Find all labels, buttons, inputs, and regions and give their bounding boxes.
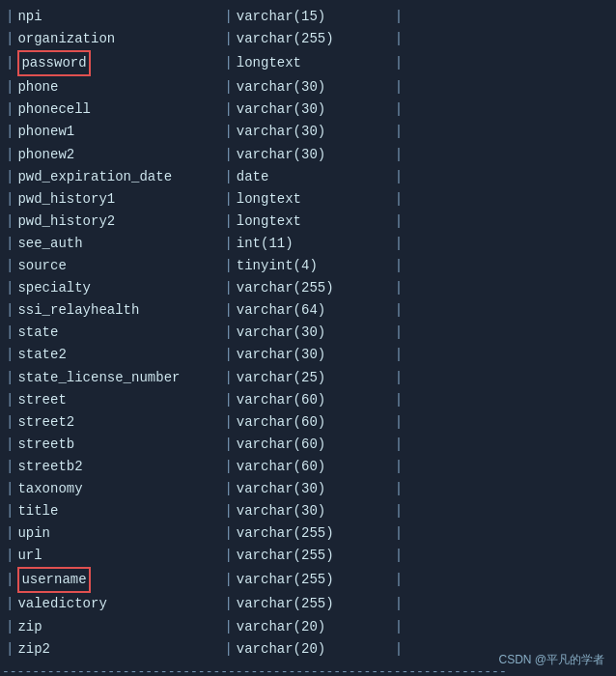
field-type: int(11) (237, 233, 391, 255)
field-name: streetb2 (17, 456, 220, 478)
table-row: |phonew1|varchar(30)| (0, 121, 616, 143)
field-type: varchar(30) (237, 344, 391, 366)
field-type: varchar(255) (237, 277, 391, 299)
field-name: pwd_history2 (17, 211, 220, 233)
table-row: |pwd_expiration_date|date| (0, 166, 616, 188)
field-type: varchar(60) (237, 389, 391, 411)
table-row: |url|varchar(255)| (0, 545, 616, 567)
table-row: |street2|varchar(60)| (0, 411, 616, 434)
field-name: specialty (17, 277, 220, 299)
field-type: varchar(25) (237, 367, 391, 389)
field-name: phonew1 (17, 121, 220, 143)
field-type: varchar(60) (237, 434, 391, 456)
table-row: |see_auth|int(11)| (0, 233, 616, 255)
table-row: |source|tinyint(4)| (0, 255, 616, 277)
field-type: varchar(30) (237, 322, 391, 344)
table-container: |npi|varchar(15)||organization|varchar(2… (0, 0, 616, 676)
field-name: phonecell (17, 99, 220, 121)
table-row: |streetb|varchar(60)| (0, 434, 616, 456)
field-name: username (17, 567, 220, 593)
table-row: |npi|varchar(15)| (0, 6, 616, 28)
field-name: zip2 (17, 638, 220, 661)
field-name: streetb (17, 434, 220, 456)
field-name: street (17, 389, 220, 411)
field-type: varchar(64) (237, 299, 391, 322)
table-row: |pwd_history1|longtext| (0, 188, 616, 211)
field-name: street2 (17, 411, 220, 434)
table-row: |street|varchar(60)| (0, 389, 616, 411)
field-type: varchar(255) (237, 545, 391, 567)
field-name: see_auth (17, 233, 220, 255)
field-type: varchar(60) (237, 411, 391, 434)
table-row: |password|longtext| (0, 50, 616, 76)
table-row: |upin|varchar(255)| (0, 522, 616, 545)
field-name: valedictory (17, 593, 220, 615)
table-row: |ssi_relayhealth|varchar(64)| (0, 299, 616, 322)
field-type: tinyint(4) (237, 255, 391, 277)
field-type: longtext (237, 52, 391, 74)
field-name: pwd_history1 (17, 188, 220, 211)
table-row: |valedictory|varchar(255)| (0, 593, 616, 615)
field-type: varchar(60) (237, 456, 391, 478)
field-name: npi (17, 6, 220, 28)
table-row: |state2|varchar(30)| (0, 344, 616, 366)
field-name: phone (17, 76, 220, 99)
field-type: varchar(30) (237, 500, 391, 522)
field-type: varchar(255) (237, 593, 391, 615)
table-row: |username|varchar(255)| (0, 567, 616, 593)
field-type: varchar(30) (237, 76, 391, 99)
table-row: |phonecell|varchar(30)| (0, 99, 616, 121)
table-row: |streetb2|varchar(60)| (0, 456, 616, 478)
field-type: varchar(15) (237, 6, 391, 28)
field-name: url (17, 545, 220, 567)
table-row: |specialty|varchar(255)| (0, 277, 616, 299)
field-type: varchar(255) (237, 569, 391, 591)
table-row: |organization|varchar(255)| (0, 28, 616, 50)
table-row: |taxonomy|varchar(30)| (0, 478, 616, 500)
field-name: organization (17, 28, 220, 50)
field-name: source (17, 255, 220, 277)
field-name: taxonomy (17, 478, 220, 500)
field-name: pwd_expiration_date (17, 166, 220, 188)
field-type: varchar(255) (237, 28, 391, 50)
table-row: |phonew2|varchar(30)| (0, 144, 616, 166)
table-row: |zip|varchar(20)| (0, 616, 616, 638)
field-type: varchar(255) (237, 522, 391, 545)
field-type: varchar(20) (237, 616, 391, 638)
field-type: longtext (237, 188, 391, 211)
table-row: |state|varchar(30)| (0, 322, 616, 344)
field-type: date (237, 166, 391, 188)
field-name: upin (17, 522, 220, 545)
field-type: varchar(30) (237, 478, 391, 500)
field-type: varchar(30) (237, 99, 391, 121)
table-row: |title|varchar(30)| (0, 500, 616, 522)
field-name: state_license_number (17, 367, 220, 389)
field-type: varchar(30) (237, 121, 391, 143)
field-name: state (17, 322, 220, 344)
field-name: ssi_relayhealth (17, 299, 220, 322)
field-type: varchar(20) (237, 638, 391, 661)
field-type: varchar(30) (237, 144, 391, 166)
field-name: password (17, 50, 220, 76)
field-name: phonew2 (17, 144, 220, 166)
field-name: state2 (17, 344, 220, 366)
table-row: |state_license_number|varchar(25)| (0, 367, 616, 389)
table-row: |phone|varchar(30)| (0, 76, 616, 99)
field-name: title (17, 500, 220, 522)
field-name: zip (17, 616, 220, 638)
table-row: |pwd_history2|longtext| (0, 211, 616, 233)
field-type: longtext (237, 211, 391, 233)
watermark-label: CSDN @平凡的学者 (498, 652, 604, 668)
